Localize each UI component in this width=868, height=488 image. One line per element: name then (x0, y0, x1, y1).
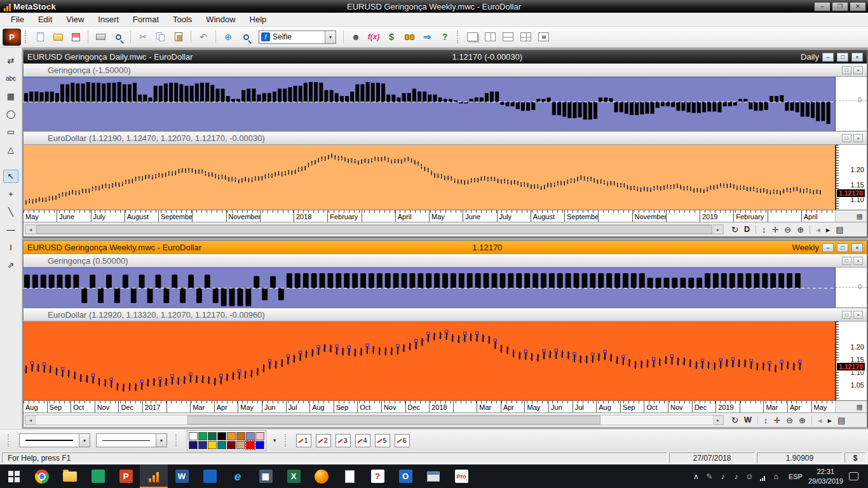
daily-periodicity-button[interactable]: D (744, 226, 750, 234)
tray-icon-network[interactable] (756, 472, 770, 481)
forecaster-button[interactable]: ⇒ (419, 29, 435, 45)
crosshair-button[interactable]: ⊕ (220, 29, 236, 45)
color-swatch[interactable] (236, 441, 245, 449)
template-button-2[interactable]: 2 (316, 434, 331, 447)
undo-button[interactable]: ↶ (195, 29, 212, 45)
chart-menu-button[interactable]: ▤ (837, 416, 845, 424)
minimize-button[interactable]: – (814, 2, 831, 11)
scroll-right-arrow[interactable]: ▸ (713, 225, 723, 234)
text-tool-button[interactable]: abc (3, 72, 18, 85)
rectangle-tool-button[interactable]: ▭ (3, 125, 18, 139)
color-swatch[interactable] (246, 441, 255, 449)
toolbar-grip[interactable] (457, 30, 460, 43)
color-swatch[interactable] (208, 432, 217, 440)
scroll-left-arrow[interactable]: ◂ (25, 416, 36, 424)
cascade-windows-button[interactable] (464, 29, 480, 45)
system-tester-button[interactable]: $ (383, 29, 400, 45)
scroll-right-arrow[interactable]: ▸ (713, 416, 723, 424)
refresh-button[interactable]: ↻ (731, 226, 738, 234)
print-preview-button[interactable] (110, 29, 126, 45)
color-swatch[interactable] (198, 441, 207, 449)
vertical-zoom-button[interactable]: ↕ (762, 226, 766, 234)
color-swatch[interactable] (227, 432, 236, 440)
weekly-price-panel-header[interactable]: EuroDollar (1.12920, 1.13320, 1.12070, 1… (24, 308, 867, 322)
taskbar-icon-outlook[interactable]: O (391, 464, 419, 488)
menu-help[interactable]: Help (243, 13, 274, 25)
restore-button[interactable]: ❐ (832, 2, 848, 11)
weekly-close-button[interactable]: × (851, 243, 863, 252)
action-center-icon[interactable] (849, 472, 858, 480)
chart-menu-button[interactable]: ▤ (836, 226, 843, 234)
weekly-window-title-bar[interactable]: EURUSD Geringonça Weekly.mwc - EuroDolla… (24, 241, 867, 254)
toolbar-grip[interactable] (25, 30, 28, 43)
start-button[interactable] (0, 464, 28, 488)
taskbar-icon-internet-explorer[interactable]: e (224, 464, 252, 488)
zoom-in-button[interactable]: ⊕ (797, 226, 804, 234)
pointer-tool-button[interactable]: ↖ (3, 170, 18, 183)
menu-view[interactable]: View (59, 13, 91, 25)
tray-icon-display[interactable]: ⌂ (770, 472, 783, 481)
weekly-indicator-panel-header[interactable]: Geringonça (0.50000) □ × (24, 254, 867, 268)
zoom-in-button[interactable]: ⊕ (799, 416, 806, 424)
language-indicator[interactable]: ESP (789, 473, 803, 480)
menu-insert[interactable]: Insert (91, 13, 126, 25)
daily-maximize-button[interactable]: □ (837, 53, 848, 62)
daily-price-panel-header[interactable]: EuroDollar (1.12190, 1.12470, 1.12070, 1… (24, 132, 867, 145)
taskbar-icon-pro[interactable]: Pro (447, 464, 475, 488)
scroll-left-arrow[interactable]: ◂ (25, 225, 36, 234)
next-button[interactable]: ▸ (827, 416, 832, 424)
tile-horizontal-button[interactable] (499, 29, 516, 45)
taskbar-icon-metastock[interactable] (140, 464, 168, 488)
color-swatch[interactable] (208, 441, 217, 449)
taskbar-icon-document[interactable] (336, 464, 363, 488)
quickplot-button[interactable]: ▦ (3, 90, 18, 103)
color-swatch[interactable] (246, 432, 255, 440)
save-button[interactable] (67, 29, 84, 45)
template-button-1[interactable]: 1 (296, 434, 311, 447)
taskbar-icon-word[interactable]: W (168, 464, 196, 488)
move-chart-button[interactable]: ✛ (773, 416, 780, 424)
toolbar-grip[interactable] (8, 434, 11, 447)
panel-maximize-button[interactable]: □ (842, 134, 851, 142)
color-swatch[interactable] (227, 441, 236, 449)
taskbar-icon-blue-app[interactable] (196, 464, 224, 488)
scrollbar-thumb[interactable] (187, 416, 600, 424)
color-swatch[interactable] (217, 432, 226, 440)
taskbar-icon-powerpoint[interactable]: P (112, 464, 140, 488)
panel-maximize-button[interactable]: □ (842, 66, 851, 74)
template-button-4[interactable]: 4 (355, 434, 370, 447)
power-console-button[interactable]: P (3, 29, 21, 46)
zoom-button[interactable] (238, 29, 254, 45)
taskbar-icon-excel[interactable]: X (280, 464, 308, 488)
palette-chevron-icon[interactable]: ▾ (273, 437, 276, 444)
weekly-minimize-button[interactable]: – (822, 243, 834, 252)
arrange-icons-button[interactable] (535, 29, 552, 45)
paste-button[interactable] (170, 29, 187, 45)
vertical-zoom-button[interactable]: ↕ (764, 416, 768, 424)
color-swatch[interactable] (217, 441, 226, 449)
tile-vertical-button[interactable] (482, 29, 498, 45)
toolbar-grip[interactable] (285, 434, 288, 447)
panel-close-button[interactable]: × (853, 257, 863, 265)
panel-close-button[interactable]: × (853, 311, 863, 319)
chevron-down-icon[interactable]: ▾ (156, 434, 166, 447)
axis-properties-button[interactable]: ▦ (857, 212, 863, 220)
panel-maximize-button[interactable]: □ (842, 257, 851, 265)
open-button[interactable] (50, 29, 66, 45)
refresh-button[interactable]: ↻ (731, 416, 738, 424)
tile-quad-button[interactable] (517, 29, 534, 45)
copy-button[interactable] (153, 29, 169, 45)
whats-this-button[interactable]: ? (437, 29, 453, 45)
horizontal-line-tool-button[interactable]: — (3, 223, 18, 236)
print-button[interactable] (92, 29, 109, 45)
taskbar-icon-calculator[interactable]: ▦ (252, 464, 280, 488)
triangle-tool-button[interactable]: △ (3, 143, 18, 156)
taskbar-icon-app-window[interactable] (419, 464, 447, 488)
tray-icon-user[interactable]: ☺ (743, 472, 756, 481)
taskbar-icon-firefox[interactable] (308, 464, 336, 488)
previous-button[interactable]: ◂ (818, 416, 822, 424)
expert-advisor-button[interactable]: ☻ (348, 29, 364, 45)
vertical-line-tool-button[interactable]: I (3, 241, 18, 254)
color-swatch[interactable] (189, 432, 198, 440)
panel-close-button[interactable]: × (853, 66, 863, 74)
